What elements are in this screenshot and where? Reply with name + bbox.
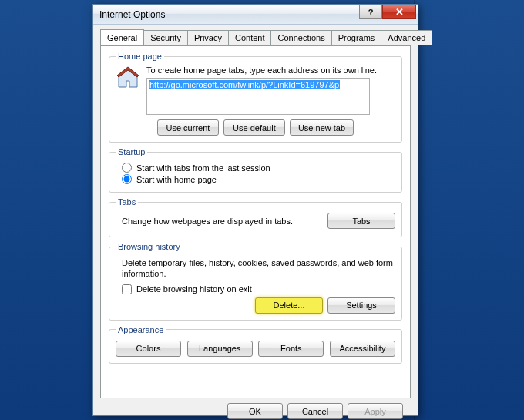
startup-last-label: Start with tabs from the last session	[136, 163, 270, 173]
tab-advanced[interactable]: Advanced	[381, 30, 432, 45]
languages-button[interactable]: Languages	[187, 341, 253, 357]
tab-programs[interactable]: Programs	[331, 30, 382, 45]
tabs-button[interactable]: Tabs	[328, 213, 395, 229]
svg-marker-0	[119, 69, 137, 87]
appearance-legend: Appearance	[116, 325, 166, 334]
titlebar[interactable]: Internet Options ? ✕	[93, 5, 418, 25]
close-button[interactable]: ✕	[382, 5, 416, 19]
settings-button[interactable]: Settings	[328, 297, 395, 314]
use-default-button[interactable]: Use default	[223, 119, 285, 136]
delete-on-exit-checkbox[interactable]: Delete browsing history on exit	[122, 284, 395, 294]
colors-button[interactable]: Colors	[116, 341, 181, 357]
startup-legend: Startup	[116, 147, 147, 156]
internet-options-dialog: Internet Options ? ✕ General Security Pr…	[92, 4, 418, 416]
tabs-legend: Tabs	[116, 197, 138, 207]
tab-strip: General Security Privacy Content Connect…	[100, 30, 411, 46]
use-current-button[interactable]: Use current	[157, 119, 219, 136]
history-legend: Browsing history	[116, 242, 183, 251]
tab-privacy[interactable]: Privacy	[187, 30, 229, 45]
homepage-url-textarea[interactable]: http://go.microsoft.com/fwlink/p/?LinkId…	[146, 78, 370, 115]
tabs-group: Tabs Change how webpages are displayed i…	[109, 197, 402, 237]
delete-button[interactable]: Delete...	[255, 297, 323, 314]
ok-button[interactable]: OK	[227, 403, 283, 419]
tab-content[interactable]: Content	[228, 30, 272, 45]
cancel-button[interactable]: Cancel	[287, 403, 343, 419]
startup-home-page-radio[interactable]: Start with home page	[122, 174, 395, 184]
tabs-text: Change how webpages are displayed in tab…	[122, 217, 293, 226]
history-text: Delete temporary files, history, cookies…	[122, 257, 395, 280]
tab-security[interactable]: Security	[143, 30, 188, 45]
accessibility-button[interactable]: Accessibility	[330, 341, 395, 357]
fonts-button[interactable]: Fonts	[258, 341, 324, 357]
startup-home-label: Start with home page	[136, 175, 217, 184]
homepage-instruction: To create home page tabs, type each addr…	[146, 66, 395, 75]
appearance-group: Appearance Colors Languages Fonts Access…	[109, 325, 402, 364]
browsing-history-group: Browsing history Delete temporary files,…	[109, 242, 402, 321]
startup-group: Startup Start with tabs from the last se…	[109, 147, 402, 193]
help-button[interactable]: ?	[359, 5, 382, 19]
startup-last-session-radio[interactable]: Start with tabs from the last session	[122, 163, 395, 173]
dialog-footer: OK Cancel Apply	[100, 398, 411, 419]
tab-general[interactable]: General	[100, 29, 144, 45]
homepage-group: Home page To create home page tabs, type…	[109, 52, 402, 143]
delete-on-exit-label: Delete browsing history on exit	[136, 284, 252, 294]
homepage-legend: Home page	[116, 52, 164, 61]
apply-button[interactable]: Apply	[348, 403, 403, 419]
window-title: Internet Options	[99, 9, 165, 20]
tab-connections[interactable]: Connections	[270, 30, 331, 45]
home-icon	[116, 66, 140, 90]
general-panel: Home page To create home page tabs, type…	[100, 45, 411, 398]
use-new-tab-button[interactable]: Use new tab	[290, 119, 354, 136]
